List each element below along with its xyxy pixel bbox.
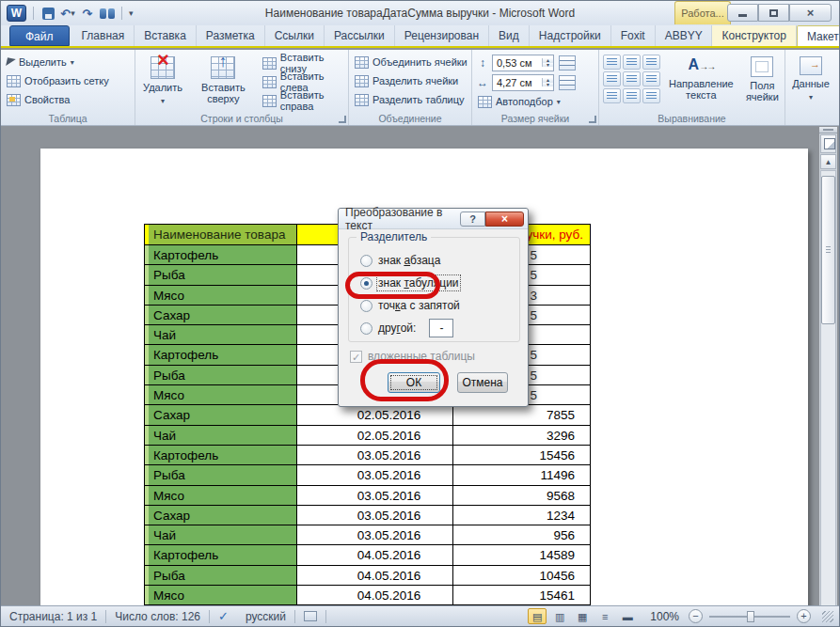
view-gridlines-button[interactable]: Отобразить сетку [5, 71, 133, 90]
row-height-steppers[interactable]: ▴▾ [542, 58, 553, 67]
product-cell[interactable]: Чай [145, 426, 297, 445]
radio-button-icon[interactable] [360, 322, 372, 335]
align-center-right-button[interactable] [642, 71, 660, 86]
print-layout-view-icon[interactable]: ▤ [528, 608, 547, 624]
macro-record-icon[interactable] [295, 606, 325, 626]
date-cell[interactable]: 04.05.2016 [297, 545, 453, 564]
product-cell[interactable]: Рыба [145, 265, 297, 284]
dialog-title-bar[interactable]: Преобразование в текст ? × [339, 209, 528, 229]
zoom-out-icon[interactable]: − [689, 609, 703, 623]
data-button[interactable]: Данные ▾ [789, 53, 832, 103]
product-cell[interactable]: Картофель [145, 446, 297, 464]
align-center-button[interactable] [623, 71, 641, 86]
product-cell[interactable]: Мясо [145, 286, 297, 305]
date-cell[interactable]: 04.05.2016 [297, 566, 453, 585]
date-cell[interactable]: 03.05.2016 [297, 525, 453, 544]
other-separator-input[interactable]: - [429, 319, 453, 337]
ruler-toggle-icon[interactable] [820, 134, 836, 153]
tab-abbyy-pdf[interactable]: ABBYY PDF Trar [656, 25, 713, 46]
split-handle[interactable] [819, 127, 837, 133]
undo-icon[interactable]: ↶▾ [60, 5, 75, 22]
distribute-rows-icon[interactable] [559, 55, 576, 71]
tab-layout[interactable]: Макет [797, 25, 840, 46]
product-cell[interactable]: Картофель [145, 545, 297, 564]
restore-button[interactable] [758, 4, 789, 22]
column-width-input[interactable]: 4,27 см ▴▾ [492, 74, 554, 91]
radio-option-paragraph-mark[interactable]: знак абзаца [360, 251, 519, 270]
column-width-steppers[interactable]: ▴▾ [542, 78, 553, 86]
sum-cell[interactable]: 3296 [453, 426, 590, 445]
scrollbar-track[interactable] [820, 170, 836, 607]
date-cell[interactable]: 03.05.2016 [297, 465, 453, 484]
cancel-button[interactable]: Отмена [457, 372, 508, 393]
word-logo-icon[interactable]: W [7, 5, 26, 22]
tab-mailings[interactable]: Рассылки [325, 25, 395, 46]
dialog-launcher-icon[interactable] [589, 116, 596, 123]
insert-above-button[interactable]: Вставить сверху [186, 53, 261, 112]
select-button[interactable]: Выделить▾ [5, 53, 133, 71]
properties-button[interactable]: Свойства [5, 90, 133, 109]
minimize-button[interactable] [727, 4, 758, 22]
sum-cell[interactable]: 7855 [453, 405, 590, 424]
align-bottom-left-button[interactable] [603, 88, 621, 103]
text-direction-button[interactable]: A→→ Направление текста [665, 53, 737, 112]
radio-button-icon[interactable] [360, 300, 372, 312]
zoom-slider[interactable] [709, 616, 790, 618]
dialog-close-icon[interactable]: × [485, 212, 524, 227]
zoom-slider-thumb[interactable] [747, 611, 754, 622]
insert-right-button[interactable]: Вставить справа [261, 91, 346, 110]
merge-cells-button[interactable]: Объединить ячейки [353, 53, 469, 71]
radio-option-other[interactable]: другой:- [360, 319, 519, 337]
sum-cell[interactable]: 15461 [453, 586, 590, 604]
sum-cell[interactable]: 956 [453, 525, 590, 544]
nested-tables-checkbox[interactable]: ✓ [350, 351, 362, 363]
distribute-columns-icon[interactable] [559, 75, 576, 90]
zoom-in-icon[interactable]: + [797, 609, 811, 623]
tab-view[interactable]: Вид [489, 25, 530, 46]
date-cell[interactable]: 02.05.2016 [297, 426, 453, 445]
outline-view-icon[interactable]: ≡ [595, 608, 614, 624]
align-bottom-right-button[interactable] [642, 88, 660, 103]
language-indicator[interactable]: русский [237, 606, 294, 626]
find-icon[interactable] [100, 5, 115, 22]
date-cell[interactable]: 03.05.2016 [297, 486, 453, 505]
scrollbar-thumb[interactable] [821, 176, 835, 324]
tab-home[interactable]: Главная [72, 25, 135, 46]
date-cell[interactable]: 03.05.2016 [297, 446, 453, 464]
tab-file[interactable]: Файл [9, 25, 70, 46]
align-center-left-button[interactable] [603, 71, 621, 86]
tab-foxit-pdf[interactable]: Foxit PDF [611, 25, 656, 46]
product-cell[interactable]: Сахар [145, 306, 297, 324]
split-cells-button[interactable]: Разделить ячейки [353, 71, 469, 90]
word-count[interactable]: Число слов: 126 [106, 606, 209, 626]
page-indicator[interactable]: Страница: 1 из 1 [1, 606, 105, 626]
sum-cell[interactable]: 14589 [453, 545, 590, 564]
product-cell[interactable]: Рыба [145, 465, 297, 484]
radio-option-semicolon[interactable]: точка с запятой [360, 296, 519, 315]
product-cell[interactable]: Картофель [145, 245, 297, 264]
product-cell[interactable]: Сахар [145, 405, 297, 424]
sum-cell[interactable]: 9568 [453, 486, 590, 505]
insert-left-button[interactable]: Вставить слева [261, 72, 346, 91]
tab-add-ins[interactable]: Надстройки [530, 25, 611, 46]
align-bottom-center-button[interactable] [623, 88, 641, 103]
tab-review[interactable]: Рецензирован [395, 25, 489, 46]
tab-page-layout[interactable]: Разметка стра [197, 25, 265, 46]
row-height-input[interactable]: 0,53 см ▴▾ [492, 55, 554, 71]
cell-margins-button[interactable]: Поля ячейки [742, 53, 783, 112]
product-cell[interactable]: Рыба [145, 566, 297, 585]
dialog-launcher-icon[interactable] [339, 116, 346, 123]
align-top-right-button[interactable] [642, 55, 660, 70]
split-table-button[interactable]: Разделить таблицу [353, 90, 469, 109]
resize-grip[interactable] [822, 611, 833, 622]
web-layout-view-icon[interactable]: ▦ [573, 608, 592, 624]
qat-menu-icon[interactable]: ▾ [129, 8, 134, 18]
spell-check-icon[interactable]: ✓ [210, 606, 237, 626]
product-cell[interactable]: Картофель [145, 345, 297, 364]
product-cell[interactable]: Мясо [145, 385, 297, 404]
close-button[interactable]: × [789, 4, 832, 22]
date-cell[interactable]: 02.05.2016 [297, 405, 453, 424]
sum-cell[interactable]: 10456 [453, 566, 590, 585]
save-icon[interactable] [40, 5, 55, 22]
date-cell[interactable]: 04.05.2016 [297, 586, 453, 604]
